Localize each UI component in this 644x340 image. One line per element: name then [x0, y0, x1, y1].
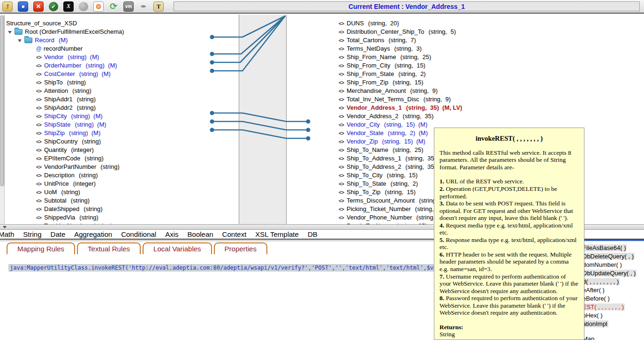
settings-icon[interactable]: ⚙ — [93, 1, 104, 12]
mapping-icon[interactable]: X — [63, 1, 74, 12]
tab-properties[interactable]: Properties — [214, 242, 267, 254]
text-icon[interactable]: T — [153, 1, 164, 12]
tree-node-ShipCountry[interactable]: <>ShipCountry(string) — [5, 137, 239, 146]
node-meta: (string, 2) (M) — [388, 129, 428, 137]
current-element-title: Current Element : Vendor_Address_1 — [174, 1, 640, 11]
vm-icon[interactable]: vm — [123, 1, 134, 12]
tooltip-param: 6. HTTP header to be sent with the reque… — [439, 251, 579, 273]
menu-item-context[interactable]: Context — [222, 230, 247, 238]
tree-node-Merchandise_Amount[interactable]: <>Merchandise_Amount(string, 9) — [287, 87, 644, 95]
tree-node-ShipState[interactable]: <>ShipState(string) (M) — [5, 121, 239, 129]
menu-item-db[interactable]: DB — [308, 230, 318, 238]
source-scrollbar[interactable] — [0, 15, 5, 224]
tab-textual-rules[interactable]: Textual Rules — [77, 242, 141, 254]
node-meta: (string, 15) (M) — [384, 121, 427, 129]
tree-node-OrderNumber[interactable]: <>OrderNumber(string) (M) — [5, 61, 239, 70]
node-meta: (string, 35) (M, LV) — [406, 104, 462, 112]
tree-node-UoM[interactable]: <>UoM(string) — [5, 188, 239, 196]
node-meta: (string) (M) — [68, 53, 99, 61]
tree-node-Root (OrderFulfillmentExcelSchema)[interactable]: Root (OrderFulfillmentExcelSchema) — [5, 28, 239, 36]
tree-node-ShippedVia[interactable]: <>ShippedVia(string) — [5, 213, 239, 222]
menu-item-math[interactable]: Math — [0, 230, 14, 238]
chevron-down-icon[interactable] — [8, 31, 12, 34]
menu-item-date[interactable]: Date — [51, 230, 66, 238]
node-meta: (string) — [71, 196, 90, 205]
toolbar: ⤴ ■ ✕ ✓ X ⚙ ⟳ vm ✒ T Current Element : V… — [0, 0, 644, 14]
node-meta: (string) — [79, 213, 98, 222]
tree-node-EPIItemCode[interactable]: <>EPIItemCode(string) — [5, 154, 239, 163]
tree-node-ShipAddr1[interactable]: <>ShipAddr1(string) — [5, 95, 239, 104]
sphere-icon[interactable] — [79, 2, 88, 11]
menu-item-xsl-template[interactable]: XSL Template — [255, 230, 299, 238]
node-name: ShipState — [44, 121, 70, 129]
node-name: Vendor_Zip — [347, 137, 378, 146]
element-icon: <> — [36, 112, 44, 121]
tree-node-ShipTo[interactable]: <>ShipTo(string) — [5, 78, 239, 87]
validate-icon[interactable]: ✓ — [49, 2, 58, 11]
tree-node-Description[interactable]: <>Description(string) — [5, 171, 239, 180]
tree-node-Subtotal[interactable]: <>Subtotal(string) — [5, 196, 239, 205]
tree-node-CostCenter[interactable]: <>CostCenter(string) (M) — [5, 70, 239, 78]
tree-node-Attention[interactable]: <>Attention(string) — [5, 87, 239, 95]
menu-item-conditional[interactable]: Conditional — [121, 230, 156, 238]
node-meta: (string) — [77, 95, 96, 104]
tree-node-Ship_From_Name[interactable]: <>Ship_From_Name(string, 25) — [287, 53, 644, 61]
collapse-arrow-icon[interactable] — [3, 226, 7, 228]
node-name: OrderNumber — [44, 61, 81, 70]
node-name: Vendor_State — [347, 129, 384, 137]
tree-node-Structure_of_source_XSD[interactable]: Structure_of_source_XSD — [5, 19, 239, 28]
element-icon: <> — [339, 137, 347, 146]
tree-node-recordNumber[interactable]: @recordNumber — [5, 45, 239, 53]
tree-node-ShipZip[interactable]: <>ShipZip(string) (M) — [5, 129, 239, 137]
tree-node-Vendor_Address_2[interactable]: <>Vendor_Address_2(string, 35) — [287, 112, 644, 121]
node-meta: (string, 7) — [388, 36, 416, 45]
node-name: Ship_From_State — [347, 70, 394, 78]
save-icon[interactable]: ■ — [18, 1, 28, 12]
tree-node-Distribution_Center_Ship_To[interactable]: <>Distribution_Center_Ship_To(string, 5) — [287, 28, 644, 36]
element-icon: <> — [339, 196, 347, 205]
tree-node-Total_Cartons[interactable]: <>Total_Cartons(string, 7) — [287, 36, 644, 45]
tooltip-param: 5. Response media type e.g. text/html, a… — [439, 236, 579, 251]
tree-node-ShipCity[interactable]: <>ShipCity(string) (M) — [5, 112, 239, 121]
refresh-icon[interactable]: ⟳ — [109, 2, 118, 11]
node-meta: (string, 35) — [403, 112, 434, 121]
element-icon: <> — [339, 171, 347, 180]
close-icon[interactable]: ✕ — [33, 1, 44, 12]
tree-node-Ship_From_City[interactable]: <>Ship_From_City(string, 15) — [287, 61, 644, 70]
mapping-rule-code[interactable]: java:MapperUtilityClass.invokeREST('http… — [8, 264, 448, 272]
menu-item-aggregation[interactable]: Aggregation — [74, 230, 112, 238]
tree-node-VendorPartNumber[interactable]: <>VendorPartNumber(string) — [5, 163, 239, 171]
node-name: VendorPartNumber — [44, 163, 96, 171]
tree-node-Terms_NetDays[interactable]: <>Terms_NetDays(string, 3) — [287, 45, 644, 53]
node-name: Vendor_Address_2 — [347, 112, 399, 121]
menu-item-string[interactable]: String — [23, 230, 41, 238]
open-icon[interactable]: ⤴ — [2, 1, 13, 12]
tree-node-Quantity[interactable]: <>Quantity(integer) — [5, 146, 239, 154]
node-name: CostCenter — [44, 70, 75, 78]
tree-node-Vendor[interactable]: <>Vendor(string) (M) — [5, 53, 239, 61]
source-scrollbar-thumb[interactable] — [0, 15, 4, 186]
element-icon: <> — [339, 28, 347, 36]
tree-node-ShipAddr2[interactable]: <>ShipAddr2(string) — [5, 104, 239, 112]
tree-node-Ship_From_Zip[interactable]: <>Ship_From_Zip(string, 15) — [287, 78, 644, 87]
param-number: 6. — [439, 251, 444, 258]
tree-node-Vendor_Address_1[interactable]: <>Vendor_Address_1(string, 35) (M, LV) — [287, 104, 644, 112]
menu-item-axis[interactable]: Axis — [165, 230, 178, 238]
node-meta: (string, 35) — [405, 163, 436, 171]
tree-node-UnitPrice[interactable]: <>UnitPrice(integer) — [5, 180, 239, 188]
tree-node-DUNS[interactable]: <>DUNS(string, 20) — [287, 19, 644, 28]
node-name: ShippedVia — [44, 213, 75, 222]
chevron-down-icon[interactable] — [18, 39, 22, 42]
pen-icon[interactable]: ✒ — [139, 2, 148, 11]
tree-node-DateShipped[interactable]: <>DateShipped(string) — [5, 205, 239, 213]
tab-local-variables[interactable]: Local Variables — [143, 242, 212, 254]
node-name: Terms_NetDays — [347, 45, 390, 53]
tree-node-Record[interactable]: Record(M) — [5, 36, 239, 45]
tree-node-Ship_From_State[interactable]: <>Ship_From_State(string, 2) — [287, 70, 644, 78]
element-icon: <> — [36, 121, 44, 129]
element-icon: <> — [36, 70, 44, 78]
menu-item-boolean[interactable]: Boolean — [188, 230, 213, 238]
node-name: Ship_To_Address_1 — [347, 154, 401, 163]
tree-node-Total_Inv_Net_Terms_Disc[interactable]: <>Total_Inv_Net_Terms_Disc(string, 9) — [287, 95, 644, 104]
tab-mapping-rules[interactable]: Mapping Rules — [7, 242, 75, 254]
